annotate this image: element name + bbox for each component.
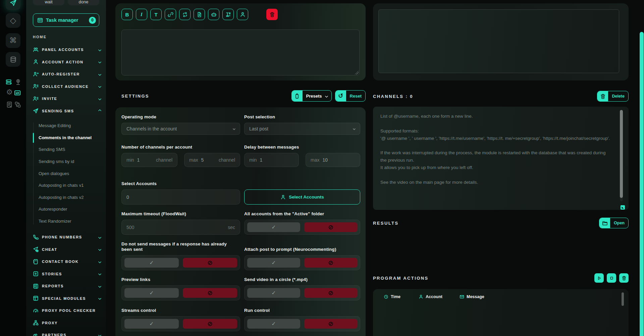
settings-header: SETTINGS Presets ↺ Reset xyxy=(115,90,366,102)
task-manager-button[interactable]: Task manager 0 xyxy=(33,13,99,27)
sidebar-item-open-dialogues[interactable]: Open dialogues xyxy=(26,167,106,179)
sidebar-item-autoposting-v2[interactable]: Autoposting in chats v2 xyxy=(26,191,106,204)
streams-control-label: Streams control xyxy=(121,308,240,313)
sidebar-item-auto-register[interactable]: AUTO-REGISTER xyxy=(26,68,106,80)
bold-button[interactable]: B xyxy=(121,9,133,20)
mention-button[interactable] xyxy=(237,9,248,20)
sidebar-item-invite[interactable]: INVITE xyxy=(26,93,106,105)
run-control-field: Run control ✓ ⊘ xyxy=(244,308,360,331)
operating-mode-select[interactable]: Channels in the account xyxy=(121,123,240,135)
link-button[interactable] xyxy=(165,9,176,20)
wait-button[interactable]: wait xyxy=(33,0,64,5)
code-window-button[interactable] xyxy=(13,89,21,97)
delete-message-button[interactable] xyxy=(266,9,278,20)
sidebar-item-autoposting-v1[interactable]: Autoposting in chats v1 xyxy=(26,179,106,191)
toggle-on-option[interactable]: ✓ xyxy=(124,258,179,268)
toggle-off-option[interactable]: ⊘ xyxy=(183,319,237,329)
toggle-on-option[interactable]: ✓ xyxy=(247,319,300,329)
sidebar-item-collect-audience[interactable]: COLLECT AUDIENCE xyxy=(26,80,106,93)
account-manager-icon xyxy=(15,79,21,86)
sidebar-item-panel-accounts[interactable]: PANEL ACCOUNTS xyxy=(26,44,106,56)
settings-gear-button[interactable]: ⚙ xyxy=(5,88,14,97)
sidebar-item-special-modules[interactable]: SPECIAL MODULES xyxy=(26,292,106,305)
toggle-on-option[interactable]: ✓ xyxy=(247,258,300,268)
presets-button[interactable]: Presets xyxy=(291,90,332,102)
attach-file-button[interactable] xyxy=(194,9,205,20)
account-manager-button[interactable] xyxy=(14,78,22,87)
channels-min-input[interactable]: min 1 channel xyxy=(121,153,177,167)
toggle-on-option[interactable]: ✓ xyxy=(247,288,300,298)
delay-label: Delay between messages xyxy=(244,145,360,150)
accounts-count-input[interactable]: 0 xyxy=(121,189,240,205)
resize-handle-icon[interactable]: ◣ xyxy=(621,205,625,210)
transfer-button[interactable] xyxy=(14,101,21,108)
sidebar-item-reports[interactable]: REPORTS xyxy=(26,280,106,292)
italic-button[interactable]: I xyxy=(136,9,147,20)
toggle-on-option[interactable]: ✓ xyxy=(247,222,300,232)
delay-max-input[interactable]: max 10 xyxy=(306,153,360,167)
sidebar-item-sending-sms[interactable]: SENDING SMS xyxy=(26,105,106,117)
clear-log-button[interactable] xyxy=(619,273,629,283)
sidebar-item-proxy[interactable]: PROXY xyxy=(26,317,106,329)
server-check-button[interactable] xyxy=(5,78,13,86)
start-button[interactable] xyxy=(594,273,604,283)
chevron-down-icon xyxy=(325,94,328,98)
select-accounts-button[interactable]: Select Accounts xyxy=(244,189,360,205)
sidebar-item-account-action[interactable]: ACCOUNT ACTION xyxy=(26,56,106,68)
text-format-button[interactable] xyxy=(222,9,234,20)
sidebar-item-proxy-pool-checker[interactable]: PROXY POOL CHECKER xyxy=(26,304,106,317)
bot-button[interactable] xyxy=(208,9,219,20)
title-button[interactable]: T xyxy=(150,9,162,20)
resize-grip-icon[interactable] xyxy=(355,71,359,74)
stop-icon xyxy=(609,276,614,281)
stop-button[interactable] xyxy=(607,273,616,283)
toggle-on-option[interactable]: ✓ xyxy=(124,288,179,298)
block-icon: ⊘ xyxy=(328,260,333,266)
toggle-off-option[interactable]: ⊘ xyxy=(183,258,237,268)
message-text-input[interactable] xyxy=(121,30,360,75)
link-icon xyxy=(168,12,173,17)
rail-premium-button[interactable]: ◇ xyxy=(6,13,20,28)
sidebar-item-contact-book[interactable]: CONTACT BOOK xyxy=(26,256,106,268)
channels-scrollbar-thumb[interactable] xyxy=(620,110,623,198)
rail-command-button[interactable]: ⌘ xyxy=(6,33,20,48)
channels-max-input[interactable]: max 5 channel xyxy=(184,153,240,167)
sidebar-item-phone-numbers[interactable]: PHONE NUMBERS xyxy=(26,231,106,243)
channels-per-account-field: Number of channels per account min 1 cha… xyxy=(121,145,240,167)
license-button[interactable] xyxy=(6,101,13,108)
reset-button[interactable]: ↺ Reset xyxy=(335,90,366,102)
sidebar-item-message-editing[interactable]: Message Editing xyxy=(26,120,106,132)
people-icon xyxy=(33,47,39,53)
rail-sending-button[interactable] xyxy=(6,0,20,10)
delete-channels-button[interactable]: Delete xyxy=(597,91,629,102)
rail-database-button[interactable] xyxy=(6,52,20,67)
program-actions-table: Time Account Message xyxy=(373,289,629,336)
sidebar-item-text-randomizer[interactable]: Text Randomizer xyxy=(26,215,106,227)
delay-min-input[interactable]: min 1 xyxy=(244,153,299,167)
sidebar-item-sending-sms-by-id[interactable]: Sending sms by id xyxy=(26,156,106,168)
sidebar-item-partners[interactable]: PARTNERS xyxy=(26,329,106,336)
table-scrollbar-thumb[interactable] xyxy=(622,292,624,306)
toggle-off-option[interactable]: ⊘ xyxy=(304,258,357,268)
sidebar-item-sending-sms-sub[interactable]: Sending SMS xyxy=(26,144,106,156)
program-actions-title: PROGRAM ACTIONS xyxy=(373,276,429,281)
open-results-button[interactable]: Open xyxy=(599,218,629,228)
channels-input-area[interactable]: List of @username, each one form a new l… xyxy=(373,107,629,210)
repeat-button[interactable] xyxy=(179,9,191,20)
timeout-input[interactable]: 500 sec xyxy=(121,220,240,235)
toggle-on-option[interactable]: ✓ xyxy=(124,319,179,329)
chevron-down-icon xyxy=(98,333,102,336)
done-button[interactable]: done xyxy=(68,0,99,5)
sidebar-item-autoresponder[interactable]: Autoresponder xyxy=(26,203,106,215)
play-icon xyxy=(597,276,602,281)
toggle-off-option[interactable]: ⊘ xyxy=(304,222,357,232)
post-selection-select[interactable]: Last post xyxy=(244,123,360,135)
toggle-off-option[interactable]: ⊘ xyxy=(183,288,237,298)
sidebar-item-cheat[interactable]: CHEAT xyxy=(26,243,106,256)
sidebar-item-comments-in-the-channel[interactable]: Comments in the channel xyxy=(26,132,106,144)
page-scrollbar-thumb[interactable] xyxy=(640,32,644,336)
toggle-off-option[interactable]: ⊘ xyxy=(304,288,357,298)
toggle-off-option[interactable]: ⊘ xyxy=(304,319,357,329)
sidebar-item-home[interactable]: HOME xyxy=(33,35,47,39)
sidebar-item-stories[interactable]: STORIES xyxy=(26,268,106,280)
